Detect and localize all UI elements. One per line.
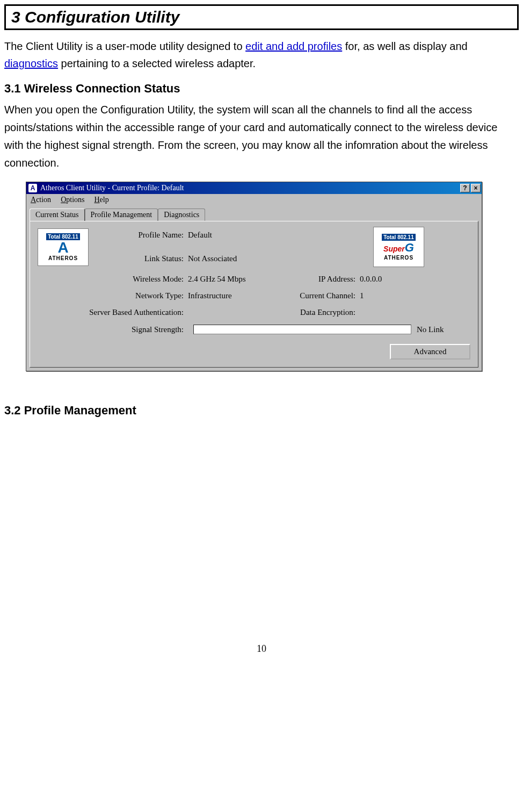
value-wireless-mode: 2.4 GHz 54 Mbps bbox=[188, 275, 285, 284]
help-button[interactable]: ? bbox=[460, 184, 470, 192]
label-server-auth: Server Based Authentication: bbox=[38, 308, 188, 317]
chapter-header-box: 3 Configuration Utility bbox=[4, 4, 519, 30]
app-icon: A bbox=[28, 184, 37, 192]
label-wireless-mode: Wireless Mode: bbox=[97, 275, 188, 284]
label-link-status: Link Status: bbox=[97, 254, 188, 263]
signal-strength-text: No Link bbox=[417, 325, 470, 334]
label-network-type: Network Type: bbox=[97, 291, 188, 300]
page-number: 10 bbox=[4, 643, 519, 655]
chapter-heading: 3 Configuration Utility bbox=[11, 8, 512, 26]
value-network-type: Infrastructure bbox=[188, 291, 285, 300]
intro-text-3: pertaining to a selected wireless adapte… bbox=[58, 58, 256, 69]
titlebar: A Atheros Client Utility - Current Profi… bbox=[26, 182, 482, 194]
menu-action[interactable]: Action bbox=[31, 196, 51, 204]
value-profile-name: Default bbox=[188, 231, 285, 240]
tab-profile-management[interactable]: Profile Management bbox=[85, 209, 158, 221]
logo2-superg: SuperG bbox=[383, 241, 414, 255]
status-grid: Total 802.11 A ATHEROS Profile Name: Def… bbox=[38, 227, 470, 317]
label-profile-name: Profile Name: bbox=[97, 231, 188, 240]
menu-help[interactable]: Help bbox=[94, 196, 108, 204]
edit-add-profiles-link[interactable]: edit and add profiles bbox=[245, 40, 342, 52]
label-current-channel: Current Channel: bbox=[285, 291, 360, 300]
close-button[interactable]: × bbox=[471, 184, 481, 192]
diagnostics-link[interactable]: diagnostics bbox=[4, 58, 58, 69]
atheros-superg-logo: Total 802.11 SuperG ATHEROS bbox=[373, 227, 424, 267]
signal-strength-row: Signal Strength: No Link bbox=[38, 325, 470, 334]
section-3-1-heading: 3.1 Wireless Connection Status bbox=[4, 82, 519, 96]
label-data-encryption: Data Encryption: bbox=[285, 308, 360, 317]
titlebar-text: Atheros Client Utility - Current Profile… bbox=[40, 184, 460, 192]
advanced-button[interactable]: Advanced bbox=[390, 344, 470, 360]
logo-mid-text: A bbox=[57, 240, 68, 255]
menu-options[interactable]: Options bbox=[61, 196, 84, 204]
app-window: A Atheros Client Utility - Current Profi… bbox=[26, 182, 482, 371]
logo2-top: Total 802.11 bbox=[382, 234, 416, 241]
label-signal-strength: Signal Strength: bbox=[38, 325, 188, 334]
button-row: Advanced bbox=[38, 344, 470, 360]
section-3-1-body: When you open the Configuration Utility,… bbox=[4, 101, 519, 172]
logo-bot-text: ATHEROS bbox=[48, 255, 78, 261]
tab-diagnostics[interactable]: Diagnostics bbox=[158, 209, 205, 221]
intro-text-1: The Client Utility is a user-mode utilit… bbox=[4, 40, 245, 52]
logo2-bot: ATHEROS bbox=[384, 255, 413, 261]
label-ip-address: IP Address: bbox=[285, 275, 360, 284]
value-ip-address: 0.0.0.0 bbox=[360, 275, 424, 284]
tab-content: Total 802.11 A ATHEROS Profile Name: Def… bbox=[30, 221, 478, 368]
value-link-status: Not Associated bbox=[188, 254, 285, 263]
titlebar-buttons: ? × bbox=[460, 184, 481, 192]
tab-current-status[interactable]: Current Status bbox=[30, 209, 85, 221]
atheros-logo-left: Total 802.11 A ATHEROS bbox=[38, 228, 89, 266]
menubar: Action Options Help bbox=[26, 194, 482, 206]
intro-paragraph: The Client Utility is a user-mode utilit… bbox=[4, 38, 519, 72]
section-3-2-heading: 3.2 Profile Management bbox=[4, 404, 519, 418]
intro-text-2: for, as well as display and bbox=[342, 40, 467, 52]
tab-row: Current Status Profile Management Diagno… bbox=[26, 206, 482, 221]
signal-strength-bar bbox=[193, 325, 411, 334]
value-current-channel: 1 bbox=[360, 291, 424, 300]
